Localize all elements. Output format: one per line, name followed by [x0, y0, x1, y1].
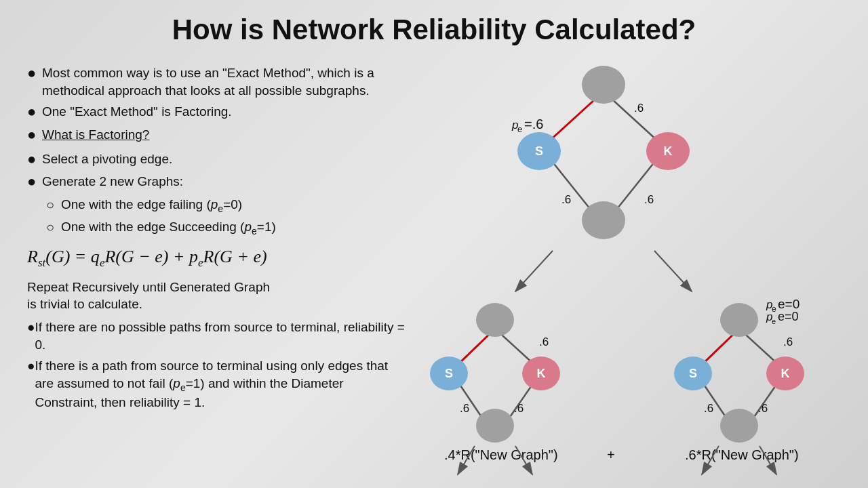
sub-dot-1: ○	[46, 196, 61, 214]
bullet-2: ● One "Exact Method" is Factoring.	[27, 103, 407, 122]
right-bottom-label: .6	[644, 193, 654, 206]
br-right-bot-lbl: .6	[758, 402, 768, 415]
formula: Rst(G) = qeR(G − e) + peR(G + e)	[27, 247, 407, 270]
bullet-2-text: One "Exact Method" is Factoring.	[42, 103, 232, 121]
br-top-right-lbl: .6	[783, 336, 793, 348]
bullet-dot-5: ●	[27, 171, 42, 192]
bullet-4: ● Select a pivoting edge.	[27, 150, 407, 169]
pe-value: =.6	[524, 117, 543, 131]
br-bottom-gray	[720, 409, 758, 443]
bullet-1-text: Most common way is to use an "Exact Meth…	[42, 64, 407, 99]
bottom-dot-2: ●	[27, 357, 35, 375]
bullet-5-text: Generate 2 new Graphs:	[42, 173, 183, 190]
result-plus: +	[607, 447, 615, 462]
bottom-bullet-1-text: If there are no possible paths from sour…	[35, 319, 407, 353]
main-bullets: ● Most common way is to use an "Exact Me…	[27, 64, 407, 145]
graph-diagram: S K p e =.6 .6 .6 .6 p e e=0	[407, 41, 868, 488]
bottom-dot-1: ●	[27, 319, 35, 336]
sub-bullet-1: ○ One with the edge failing (pe=0)	[46, 196, 407, 216]
bl-right-bot-lbl: .6	[514, 402, 524, 415]
bullet-3-text: What is Factoring?	[42, 126, 149, 144]
result-right: .6*R("New Graph")	[685, 447, 799, 462]
br-top-gray	[720, 303, 758, 337]
bullet-4-text: Select a pivoting edge.	[42, 150, 172, 168]
bl-top-right-lbl: .6	[539, 336, 549, 348]
left-column: ● Most common way is to use an "Exact Me…	[27, 64, 407, 415]
br-k-label: K	[781, 367, 790, 380]
bullet-dot-2: ●	[27, 102, 42, 122]
top-k-label: K	[664, 144, 673, 158]
bottom-bullet-1: ● If there are no possible paths from so…	[27, 319, 407, 353]
sub-bullet-2-text: One with the edge Succeeding (pe=1)	[61, 218, 276, 238]
sub-bullet-2: ○ One with the edge Succeeding (pe=1)	[46, 218, 407, 238]
bl-pe-val: e=0	[778, 310, 799, 323]
sub-bullets: ○ One with the edge failing (pe=0) ○ One…	[27, 196, 407, 237]
bl-s-label: S	[445, 367, 453, 380]
bl-k-label: K	[537, 367, 546, 380]
br-left-bot-lbl: .6	[704, 402, 713, 415]
bl-top-gray	[476, 303, 514, 337]
pe-sub-e: e	[517, 124, 522, 134]
bl-pe-sub: e	[772, 317, 776, 325]
arrow-right	[654, 251, 692, 291]
arrow-left	[515, 251, 553, 291]
network-graph-svg: S K p e =.6 .6 .6 .6 p e e=0	[407, 41, 868, 488]
result-left: .4*R("New Graph")	[444, 447, 558, 462]
bullet-3: ● What is Factoring?	[27, 126, 407, 145]
bullet-dot-3: ●	[27, 125, 42, 145]
slide: How is Network Reliability Calculated? ●…	[0, 0, 868, 488]
top-node-bottom-gray	[582, 201, 625, 239]
bottom-bullet-2: ● If there is a path from source to term…	[27, 357, 407, 411]
sub-bullet-1-text: One with the edge failing (pe=0)	[61, 196, 242, 216]
repeat-text: Repeat Recursively until Generated Graph…	[27, 279, 407, 313]
bottom-bullets: ● If there are no possible paths from so…	[27, 319, 407, 411]
bullet-5: ● Generate 2 new Graphs:	[27, 173, 407, 192]
top-s-label: S	[535, 144, 543, 158]
sub-dot-2: ○	[46, 218, 61, 237]
bl-left-bot-lbl: .6	[460, 402, 469, 415]
bullet-1: ● Most common way is to use an "Exact Me…	[27, 64, 407, 99]
top-node-gray	[582, 66, 625, 104]
bullet-dot-1: ●	[27, 63, 42, 83]
br-s-label: S	[689, 367, 697, 380]
pe-left-eq: e=0	[778, 297, 800, 311]
bl-bottom-gray	[476, 409, 514, 443]
bottom-bullet-2-text: If there is a path from source to termin…	[35, 357, 407, 411]
factoring-bullets: ● Select a pivoting edge. ● Generate 2 n…	[27, 150, 407, 192]
left-bottom-label: .6	[561, 193, 571, 206]
top-right-label: .6	[634, 102, 644, 115]
bullet-dot-4: ●	[27, 149, 42, 169]
